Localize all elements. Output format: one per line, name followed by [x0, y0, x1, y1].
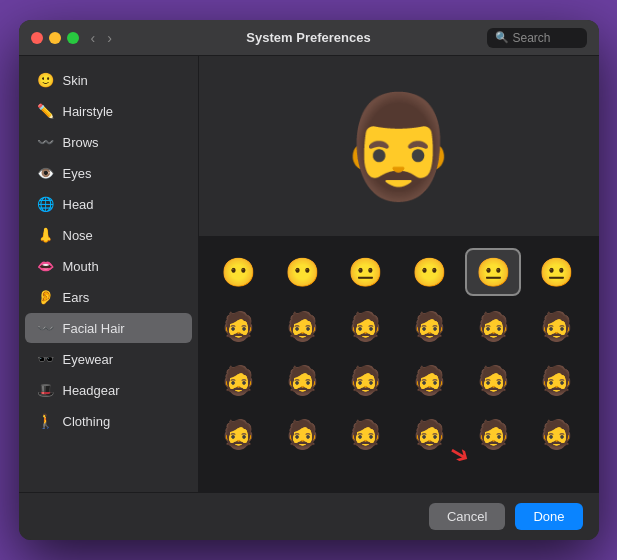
emoji-cell[interactable]: 🧔	[211, 410, 267, 458]
emoji-cell[interactable]: 🧔	[402, 302, 458, 350]
clothing-icon: 🚶	[37, 413, 55, 429]
sidebar-item-label: Mouth	[63, 259, 99, 274]
window-title: System Preferences	[246, 30, 370, 45]
head-icon: 🌐	[37, 196, 55, 212]
close-button[interactable]	[31, 32, 43, 44]
search-icon: 🔍	[495, 31, 509, 44]
sidebar-item-label: Eyes	[63, 166, 92, 181]
main-panel: 🧔‍♂️ 😶😶😐😶😐😐🧔🧔🧔🧔🧔🧔🧔🧔🧔🧔🧔🧔🧔🧔🧔🧔➔🧔🧔	[199, 56, 599, 492]
sidebar-item-eyes[interactable]: 👁️Eyes	[25, 158, 192, 188]
emoji-cell[interactable]: 🧔	[211, 356, 267, 404]
sidebar-item-label: Head	[63, 197, 94, 212]
mouth-icon: 👄	[37, 258, 55, 274]
skin-icon: 🙂	[37, 72, 55, 88]
eyes-icon: 👁️	[37, 165, 55, 181]
sidebar-item-label: Ears	[63, 290, 90, 305]
emoji-cell[interactable]: 🧔	[465, 410, 521, 458]
emoji-cell[interactable]: 🧔	[274, 356, 330, 404]
hairstyle-icon: ✏️	[37, 103, 55, 119]
search-placeholder: Search	[513, 31, 551, 45]
emoji-grid: 😶😶😐😶😐😐🧔🧔🧔🧔🧔🧔🧔🧔🧔🧔🧔🧔🧔🧔🧔🧔➔🧔🧔	[199, 236, 599, 492]
sidebar-item-label: Eyewear	[63, 352, 114, 367]
sidebar-item-label: Hairstyle	[63, 104, 114, 119]
maximize-button[interactable]	[67, 32, 79, 44]
emoji-cell[interactable]: 🧔	[529, 410, 585, 458]
brows-icon: 〰️	[37, 134, 55, 150]
headgear-icon: 🎩	[37, 382, 55, 398]
emoji-cell[interactable]: 🧔	[529, 356, 585, 404]
sidebar-item-mouth[interactable]: 👄Mouth	[25, 251, 192, 281]
eyewear-icon: 🕶️	[37, 351, 55, 367]
sidebar-item-skin[interactable]: 🙂Skin	[25, 65, 192, 95]
forward-arrow[interactable]: ›	[103, 28, 116, 48]
back-arrow[interactable]: ‹	[87, 28, 100, 48]
facial-hair-icon: 〰️	[37, 320, 55, 336]
emoji-cell[interactable]: 😐	[529, 248, 585, 296]
sidebar-item-brows[interactable]: 〰️Brows	[25, 127, 192, 157]
sidebar-item-facial-hair[interactable]: 〰️Facial Hair	[25, 313, 192, 343]
emoji-cell[interactable]: 😶	[211, 248, 267, 296]
sidebar-item-nose[interactable]: 👃Nose	[25, 220, 192, 250]
system-preferences-window: ‹ › System Preferences 🔍 Search 🙂Skin✏️H…	[19, 20, 599, 540]
sidebar-item-label: Brows	[63, 135, 99, 150]
content-area: 🙂Skin✏️Hairstyle〰️Brows👁️Eyes🌐Head👃Nose👄…	[19, 56, 599, 492]
sidebar-item-headgear[interactable]: 🎩Headgear	[25, 375, 192, 405]
sidebar-item-eyewear[interactable]: 🕶️Eyewear	[25, 344, 192, 374]
nose-icon: 👃	[37, 227, 55, 243]
emoji-cell[interactable]: 🧔	[338, 356, 394, 404]
minimize-button[interactable]	[49, 32, 61, 44]
sidebar-item-label: Facial Hair	[63, 321, 125, 336]
emoji-cell[interactable]: 😶	[274, 248, 330, 296]
done-button[interactable]: Done	[515, 503, 582, 530]
emoji-cell[interactable]: 🧔	[211, 302, 267, 350]
sidebar-item-hairstyle[interactable]: ✏️Hairstyle	[25, 96, 192, 126]
avatar-display: 🧔‍♂️	[336, 96, 461, 196]
emoji-cell[interactable]: 🧔	[338, 302, 394, 350]
emoji-cell[interactable]: 🧔	[274, 410, 330, 458]
emoji-cell[interactable]: 🧔	[274, 302, 330, 350]
emoji-cell[interactable]: 🧔	[529, 302, 585, 350]
titlebar: ‹ › System Preferences 🔍 Search	[19, 20, 599, 56]
emoji-cell[interactable]: 🧔	[465, 302, 521, 350]
traffic-lights	[31, 32, 79, 44]
nav-arrows: ‹ ›	[87, 28, 116, 48]
sidebar-item-clothing[interactable]: 🚶Clothing	[25, 406, 192, 436]
search-box[interactable]: 🔍 Search	[487, 28, 587, 48]
sidebar-item-label: Headgear	[63, 383, 120, 398]
emoji-cell[interactable]: 😶	[402, 248, 458, 296]
sidebar-item-head[interactable]: 🌐Head	[25, 189, 192, 219]
footer: Cancel Done	[19, 492, 599, 540]
sidebar: 🙂Skin✏️Hairstyle〰️Brows👁️Eyes🌐Head👃Nose👄…	[19, 56, 199, 492]
sidebar-item-ears[interactable]: 👂Ears	[25, 282, 192, 312]
ears-icon: 👂	[37, 289, 55, 305]
avatar-section: 🧔‍♂️	[199, 56, 599, 236]
emoji-cell[interactable]: 🧔	[465, 356, 521, 404]
sidebar-item-label: Nose	[63, 228, 93, 243]
emoji-cell[interactable]: 😐	[338, 248, 394, 296]
emoji-cell[interactable]: 🧔	[338, 410, 394, 458]
emoji-cell[interactable]: 😐	[465, 248, 521, 296]
sidebar-item-label: Clothing	[63, 414, 111, 429]
emoji-cell[interactable]: 🧔➔	[402, 410, 458, 458]
sidebar-item-label: Skin	[63, 73, 88, 88]
emoji-cell[interactable]: 🧔	[402, 356, 458, 404]
cancel-button[interactable]: Cancel	[429, 503, 505, 530]
